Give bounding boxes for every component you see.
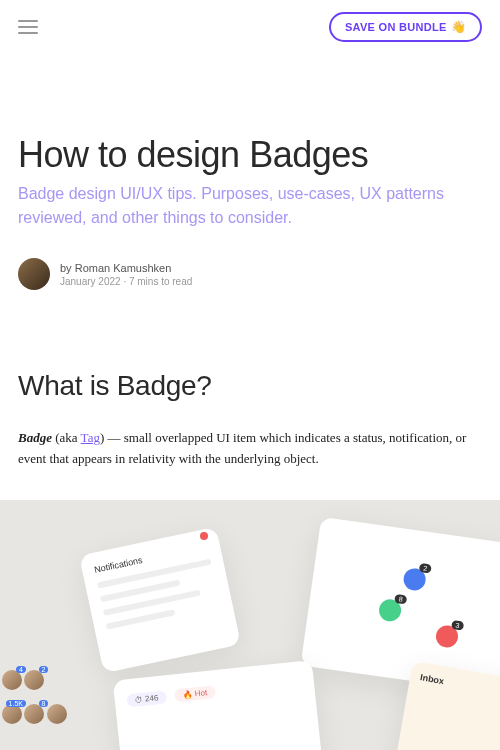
author-row: by Roman Kamushken January 2022 · 7 mins… bbox=[18, 258, 482, 290]
page-title: How to design Badges bbox=[18, 134, 482, 176]
avatar-icon: 1.5K bbox=[0, 702, 24, 726]
hero-illustration: Notifications 2 8 3 ⏱ 246 🔥 Hot Inbox 4 … bbox=[0, 500, 500, 750]
green-dot-icon: 8 bbox=[378, 597, 403, 622]
page-subtitle: Badge design UI/UX tips. Purposes, use-c… bbox=[18, 182, 482, 230]
avatar-icon: 8 bbox=[22, 702, 46, 726]
tag-link[interactable]: Tag bbox=[81, 430, 100, 445]
hot-pill: 🔥 Hot bbox=[174, 685, 216, 702]
illustration-card-pills: ⏱ 246 🔥 Hot bbox=[113, 660, 328, 750]
avatar-icon: 2 bbox=[22, 668, 46, 692]
author-avatar bbox=[18, 258, 50, 290]
blue-dot-icon: 2 bbox=[402, 567, 427, 592]
section-heading: What is Badge? bbox=[18, 370, 482, 402]
intro-paragraph: Badge (aka Tag) — small overlapped UI it… bbox=[18, 428, 482, 470]
avatar-icon bbox=[45, 702, 69, 726]
save-bundle-button[interactable]: SAVE ON BUNDLE 👋 bbox=[329, 12, 482, 42]
red-dot-icon: 3 bbox=[435, 624, 460, 649]
article-meta: January 2022 · 7 mins to read bbox=[60, 276, 192, 287]
menu-button[interactable] bbox=[18, 20, 38, 34]
notification-dot-icon bbox=[200, 532, 208, 540]
author-byline: by Roman Kamushken bbox=[60, 262, 192, 274]
count-pill: ⏱ 246 bbox=[126, 690, 167, 707]
wave-emoji-icon: 👋 bbox=[451, 20, 466, 34]
avatar-cluster: 4 2 1.5K 8 bbox=[6, 668, 69, 730]
illustration-card-dots: 2 8 3 bbox=[301, 516, 500, 692]
avatar-icon: 4 bbox=[0, 668, 24, 692]
bundle-label: SAVE ON BUNDLE bbox=[345, 21, 447, 33]
illustration-card-notifications: Notifications bbox=[79, 526, 241, 672]
